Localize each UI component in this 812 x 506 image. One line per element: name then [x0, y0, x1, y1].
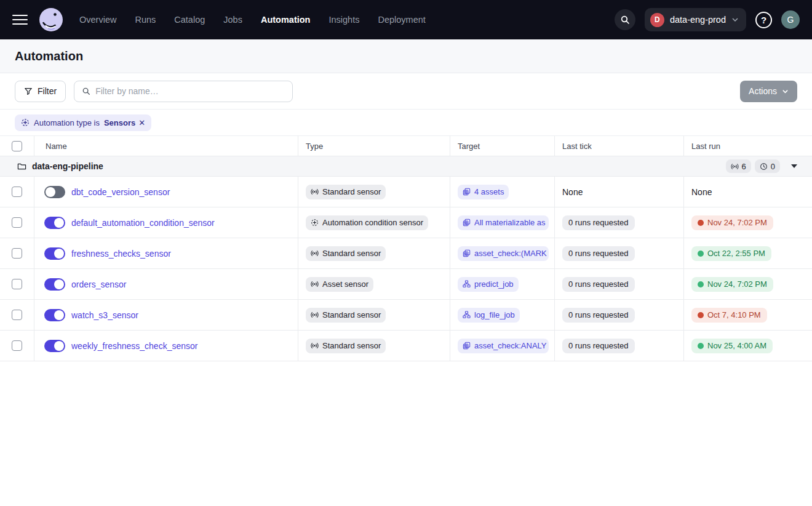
target-badge[interactable]: asset_check:(MARK — [458, 246, 549, 261]
chevron-down-icon — [782, 88, 789, 95]
last-tick-badge: 0 runs requested — [562, 246, 635, 261]
sensor-icon — [311, 249, 319, 257]
sensor-type-badge: Standard sensor — [306, 246, 386, 261]
sensor-name-link[interactable]: dbt_code_version_sensor — [71, 187, 170, 197]
asset-icon — [463, 219, 471, 227]
chevron-down-icon — [731, 16, 739, 23]
row-checkbox[interactable] — [12, 217, 22, 228]
last-tick-badge-label: 0 runs requested — [568, 279, 629, 289]
deployment-badge: D — [650, 13, 664, 27]
last-run-badge[interactable]: Oct 22, 2:55 PM — [691, 246, 771, 261]
run-status-dot-icon — [698, 220, 704, 226]
nav-item-insights[interactable]: Insights — [328, 15, 359, 25]
toolbar: Filter Actions — [0, 73, 812, 110]
page-title: Automation — [15, 49, 83, 63]
filter-chip-value: Sensors — [104, 118, 135, 127]
help-icon: ? — [761, 15, 766, 25]
sensor-toggle[interactable] — [44, 217, 65, 229]
sensor-toggle[interactable] — [44, 278, 65, 291]
user-avatar[interactable]: G — [781, 10, 800, 29]
table-row: orders_sensor Asset sensor predict_job 0… — [0, 269, 812, 300]
last-tick-badge-label: 0 runs requested — [568, 218, 629, 227]
dagster-logo-icon[interactable] — [39, 7, 63, 32]
filter-button[interactable]: Filter — [15, 81, 66, 102]
last-run-badge-label: Oct 7, 4:10 PM — [707, 310, 761, 319]
row-checkbox[interactable] — [12, 248, 22, 259]
nav-item-catalog[interactable]: Catalog — [174, 15, 205, 25]
schedule-count-badge: 0 — [755, 159, 780, 173]
sensor-toggle[interactable] — [44, 340, 65, 352]
toggle-knob — [46, 187, 55, 197]
run-status-dot-icon — [698, 343, 704, 349]
last-run-badge-label: Nov 24, 7:02 PM — [707, 218, 767, 227]
deployment-switcher[interactable]: D data-eng-prod — [645, 8, 746, 31]
help-button[interactable]: ? — [755, 12, 772, 28]
target-badge[interactable]: All materializable as — [458, 215, 549, 230]
target-badge[interactable]: predict_job — [458, 277, 519, 292]
sensor-toggle[interactable] — [44, 186, 65, 198]
column-header-name: Name — [34, 136, 298, 156]
nav-item-overview[interactable]: Overview — [79, 15, 116, 25]
sensor-icon — [311, 311, 319, 319]
target-badge-label: log_file_job — [474, 310, 515, 319]
sensor-toggle[interactable] — [44, 247, 65, 260]
sensor-name-link[interactable]: default_automation_condition_sensor — [71, 218, 215, 228]
table-row: freshness_checks_sensor Standard sensor … — [0, 238, 812, 269]
remove-filter-icon[interactable]: ✕ — [138, 118, 145, 127]
sensor-name-link[interactable]: orders_sensor — [71, 279, 127, 289]
last-tick-badge-label: 0 runs requested — [568, 249, 629, 258]
nav-item-deployment[interactable]: Deployment — [378, 15, 425, 25]
actions-button-label: Actions — [749, 86, 777, 96]
collapse-caret-icon[interactable] — [791, 164, 797, 168]
sensor-toggle[interactable] — [44, 309, 65, 321]
toggle-knob — [54, 279, 64, 289]
sensor-name-link[interactable]: weekly_freshness_check_sensor — [71, 341, 197, 351]
table-row: weekly_freshness_check_sensor Standard s… — [0, 331, 812, 361]
select-all-checkbox[interactable] — [12, 141, 22, 151]
sensor-name-link[interactable]: watch_s3_sensor — [71, 310, 138, 320]
last-run-badge[interactable]: Oct 7, 4:10 PM — [691, 308, 767, 323]
last-tick-badge-label: 0 runs requested — [568, 341, 629, 350]
last-tick-badge: 0 runs requested — [562, 308, 635, 323]
row-checkbox[interactable] — [12, 187, 22, 197]
actions-button[interactable]: Actions — [740, 81, 797, 102]
target-badge-label: predict_job — [474, 279, 514, 289]
filter-chip-automation-type: Automation type is Sensors ✕ — [15, 114, 151, 131]
sensor-icon — [311, 280, 319, 288]
run-status-dot-icon — [698, 251, 704, 257]
nav-item-automation[interactable]: Automation — [261, 15, 311, 25]
nav-item-runs[interactable]: Runs — [135, 15, 156, 25]
row-checkbox[interactable] — [12, 340, 22, 351]
nav-right: D data-eng-prod ? G — [615, 8, 800, 31]
hamburger-menu-icon[interactable] — [12, 15, 28, 25]
last-run-badge[interactable]: Nov 25, 4:00 AM — [691, 339, 773, 353]
code-location-group-row[interactable]: data-eng-pipeline 6 0 — [0, 156, 812, 177]
last-run-badge[interactable]: Nov 24, 7:02 PM — [691, 215, 773, 230]
name-filter-input[interactable] — [95, 86, 285, 96]
sensor-type-badge-label: Standard sensor — [322, 249, 381, 258]
global-search-button[interactable] — [615, 9, 635, 30]
sensor-icon — [311, 188, 319, 196]
target-badge[interactable]: log_file_job — [458, 308, 520, 323]
nav-item-jobs[interactable]: Jobs — [223, 15, 242, 25]
run-status-dot-icon — [698, 312, 704, 318]
top-nav: OverviewRunsCatalogJobsAutomationInsight… — [0, 0, 812, 39]
target-badge[interactable]: 4 assets — [458, 185, 509, 199]
column-header-target: Target — [450, 136, 555, 156]
target-badge-label: asset_check:ANALY — [474, 341, 547, 350]
last-run-badge-label: Oct 22, 2:55 PM — [707, 249, 765, 258]
column-header-last-run: Last run — [684, 136, 812, 156]
toggle-knob — [54, 341, 64, 351]
row-checkbox[interactable] — [12, 279, 22, 289]
last-run-badge[interactable]: Nov 24, 7:02 PM — [691, 277, 773, 292]
sensor-name-link[interactable]: freshness_checks_sensor — [71, 249, 171, 259]
funnel-icon — [24, 87, 33, 95]
target-badge[interactable]: asset_check:ANALY — [458, 339, 549, 353]
table-row: dbt_code_version_sensor Standard sensor … — [0, 177, 812, 207]
column-header-type: Type — [298, 136, 450, 156]
sensor-type-badge: Standard sensor — [306, 308, 386, 323]
row-checkbox[interactable] — [12, 310, 22, 320]
name-filter-box — [74, 81, 293, 102]
toggle-knob — [54, 218, 64, 228]
target-badge-label: asset_check:(MARK — [474, 249, 547, 258]
